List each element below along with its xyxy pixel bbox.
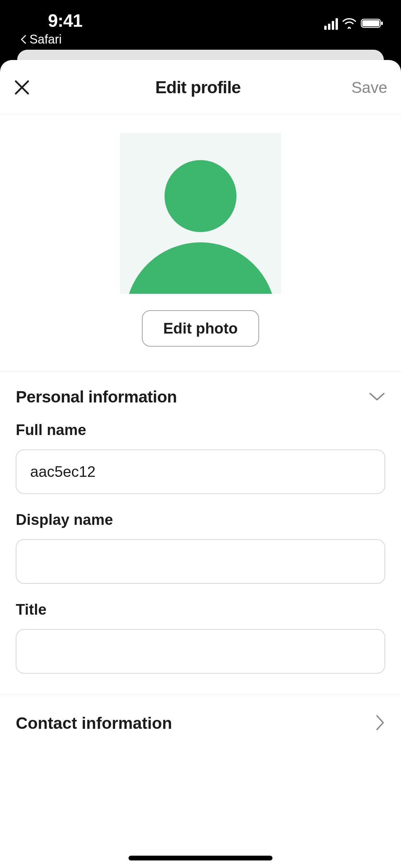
sheet-header: Edit profile Save [0, 60, 401, 115]
back-chevron-icon [21, 35, 27, 44]
display-name-label: Display name [16, 511, 385, 528]
close-button[interactable] [14, 75, 45, 99]
title-label: Title [16, 601, 385, 618]
avatar[interactable] [120, 133, 281, 294]
edit-profile-sheet: Edit profile Save Edit photo Personal in… [0, 60, 401, 868]
status-bar: 9:41 Safari [0, 0, 401, 48]
back-to-safari[interactable]: Safari [17, 32, 82, 47]
save-button[interactable]: Save [351, 78, 387, 97]
photo-section: Edit photo [0, 115, 401, 372]
full-name-field-group: Full name [16, 421, 385, 494]
contact-info-title: Contact information [16, 714, 172, 733]
battery-icon [361, 18, 384, 30]
display-name-input[interactable] [16, 539, 385, 584]
full-name-label: Full name [16, 421, 385, 438]
cellular-signal-icon [324, 18, 338, 30]
status-indicators [324, 10, 384, 30]
svg-rect-1 [362, 20, 379, 26]
title-input[interactable] [16, 629, 385, 674]
edit-photo-button[interactable]: Edit photo [142, 310, 259, 347]
full-name-input[interactable] [16, 449, 385, 494]
page-title: Edit profile [155, 77, 241, 97]
chevron-right-icon [374, 714, 385, 732]
personal-information-section: Personal information Full name Display n… [0, 372, 401, 694]
wifi-icon [342, 18, 356, 30]
back-app-label: Safari [29, 32, 62, 47]
svg-rect-2 [381, 22, 383, 25]
avatar-placeholder-icon [165, 160, 236, 232]
chevron-down-icon [369, 391, 385, 403]
contact-information-section[interactable]: Contact information [0, 694, 401, 752]
status-time: 9:41 [17, 10, 82, 31]
title-field-group: Title [16, 601, 385, 674]
personal-info-header[interactable]: Personal information [16, 387, 385, 406]
home-indicator[interactable] [129, 856, 272, 860]
display-name-field-group: Display name [16, 511, 385, 584]
personal-info-title: Personal information [16, 387, 177, 406]
close-icon [14, 79, 30, 96]
